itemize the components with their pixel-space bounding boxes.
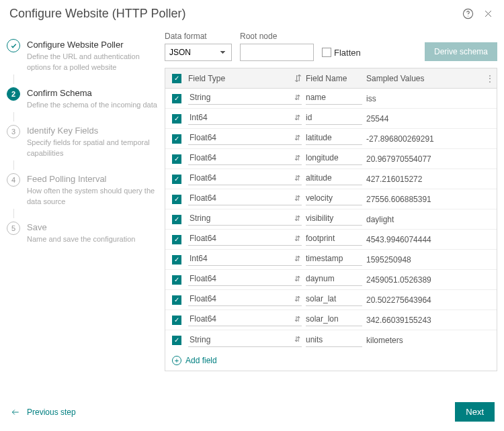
field-type-select[interactable]: String⇵: [188, 213, 302, 226]
chevron-sort-icon: ⇵: [294, 234, 300, 243]
step-description: How often the system should query the da…: [27, 184, 158, 207]
field-type-select[interactable]: Float64⇵: [188, 293, 302, 306]
close-icon[interactable]: [481, 7, 495, 21]
sort-icon[interactable]: ⇵: [294, 73, 302, 83]
chevron-sort-icon: ⇵: [294, 295, 300, 303]
field-type-select[interactable]: Float64⇵: [188, 132, 302, 145]
field-name-input[interactable]: altitude: [306, 173, 362, 185]
sampled-value: 427.216015272: [366, 175, 422, 184]
step-description: Define the schema of the incoming data: [27, 98, 157, 111]
table-row: Float64⇵solar_lon342.66039155243: [165, 310, 497, 330]
field-name-input[interactable]: solar_lat: [306, 293, 362, 306]
row-checkbox[interactable]: [172, 316, 181, 325]
chevron-sort-icon: ⇵: [294, 93, 300, 102]
step-title[interactable]: Feed Polling Interval: [27, 173, 158, 184]
table-row: Int64⇵id25544: [165, 109, 497, 129]
table-row: Float64⇵solar_lat20.502275643964: [165, 290, 497, 310]
row-checkbox[interactable]: [172, 215, 181, 224]
add-field-button[interactable]: + Add field: [165, 350, 497, 371]
step-title[interactable]: Identify Key Fields: [27, 124, 158, 136]
step-title[interactable]: Save: [27, 221, 135, 232]
sampled-value: 20.967970554077: [366, 154, 431, 164]
field-type-select[interactable]: Int64⇵: [188, 253, 302, 266]
step-title[interactable]: Configure Website Poller: [27, 38, 158, 50]
sampled-value: -27.896800269291: [366, 134, 434, 144]
field-type-select[interactable]: Float64⇵: [188, 314, 302, 326]
previous-step-link[interactable]: Previous step: [9, 408, 76, 417]
sampled-value: kilometers: [366, 336, 403, 345]
field-type-select[interactable]: Float64⇵: [188, 173, 302, 185]
flatten-checkbox[interactable]: Flatten: [322, 44, 361, 61]
field-name-input[interactable]: name: [306, 92, 362, 105]
row-checkbox[interactable]: [172, 114, 181, 124]
step-description: Specify fields for spatial and temporal …: [27, 136, 158, 159]
table-row: Float64⇵latitude-27.896800269291: [165, 129, 497, 149]
sampled-value: 4543.9946074444: [366, 235, 431, 244]
row-checkbox[interactable]: [172, 94, 181, 103]
row-checkbox[interactable]: [172, 336, 181, 345]
table-row: String⇵unitskilometers: [165, 330, 497, 350]
flatten-label: Flatten: [334, 48, 361, 58]
chevron-sort-icon: ⇵: [294, 113, 300, 122]
step-description: Name and save the configuration: [27, 232, 135, 245]
data-format-select[interactable]: JSON: [165, 44, 232, 61]
sampled-value: iss: [366, 94, 376, 103]
sampled-value: 342.66039155243: [366, 316, 431, 325]
table-row: Float64⇵longitude20.967970554077: [165, 149, 497, 169]
table-row: String⇵nameiss: [165, 89, 497, 109]
step-title[interactable]: Confirm Schema: [27, 87, 157, 98]
chevron-sort-icon: ⇵: [294, 214, 300, 223]
sampled-value: 25544: [366, 114, 388, 124]
field-type-select[interactable]: Float64⇵: [188, 273, 302, 286]
field-type-select[interactable]: String⇵: [188, 334, 302, 347]
field-name-input[interactable]: timestamp: [306, 253, 362, 266]
table-menu-icon[interactable]: ⋮: [483, 74, 497, 83]
table-row: Float64⇵altitude427.216015272: [165, 169, 497, 189]
field-name-input[interactable]: footprint: [306, 233, 362, 246]
step-indicator: 3: [7, 125, 20, 138]
sampled-value: daylight: [366, 215, 394, 224]
derive-schema-button[interactable]: Derive schema: [425, 42, 497, 61]
select-all-checkbox[interactable]: [172, 74, 181, 83]
row-checkbox[interactable]: [172, 255, 181, 265]
checkbox-icon: [322, 48, 331, 57]
help-icon[interactable]: [461, 7, 474, 21]
row-checkbox[interactable]: [172, 154, 181, 164]
field-name-input[interactable]: units: [306, 334, 362, 347]
field-name-input[interactable]: velocity: [306, 193, 362, 205]
chevron-sort-icon: ⇵: [294, 254, 300, 263]
row-checkbox[interactable]: [172, 134, 181, 144]
field-name-input[interactable]: id: [306, 112, 362, 125]
step-indicator: [7, 39, 20, 52]
chevron-sort-icon: ⇵: [294, 174, 300, 183]
field-name-input[interactable]: visibility: [306, 213, 362, 226]
field-type-select[interactable]: Float64⇵: [188, 233, 302, 246]
field-name-input[interactable]: daynum: [306, 273, 362, 286]
wizard-steps: Configure Website PollerDefine the URL a…: [7, 29, 165, 402]
step-indicator: 4: [7, 173, 20, 187]
step-indicator: 5: [7, 222, 20, 235]
field-type-select[interactable]: Float64⇵: [188, 193, 302, 205]
field-name-input[interactable]: latitude: [306, 132, 362, 145]
field-type-select[interactable]: Int64⇵: [188, 112, 302, 125]
data-format-label: Data format: [165, 32, 232, 41]
next-button[interactable]: Next: [455, 402, 495, 422]
schema-table: Field Type⇵ Field Name Sampled Values ⋮ …: [165, 68, 497, 371]
row-checkbox[interactable]: [172, 235, 181, 244]
table-row: Float64⇵daynum2459051.0526389: [165, 270, 497, 290]
field-name-input[interactable]: solar_lon: [306, 314, 362, 326]
row-checkbox[interactable]: [172, 275, 181, 285]
field-type-select[interactable]: Float64⇵: [188, 152, 302, 165]
chevron-sort-icon: ⇵: [294, 154, 300, 162]
chevron-sort-icon: ⇵: [294, 275, 300, 283]
row-checkbox[interactable]: [172, 195, 181, 204]
row-checkbox[interactable]: [172, 175, 181, 184]
page-title: Configure Website (HTTP Poller): [9, 7, 454, 21]
field-type-select[interactable]: String⇵: [188, 92, 302, 105]
root-node-input[interactable]: [240, 44, 314, 61]
field-name-input[interactable]: longitude: [306, 152, 362, 165]
chevron-sort-icon: ⇵: [294, 134, 300, 142]
row-checkbox[interactable]: [172, 295, 181, 305]
step-description: Define the URL and authentication option…: [27, 50, 158, 73]
chevron-sort-icon: ⇵: [294, 315, 300, 324]
